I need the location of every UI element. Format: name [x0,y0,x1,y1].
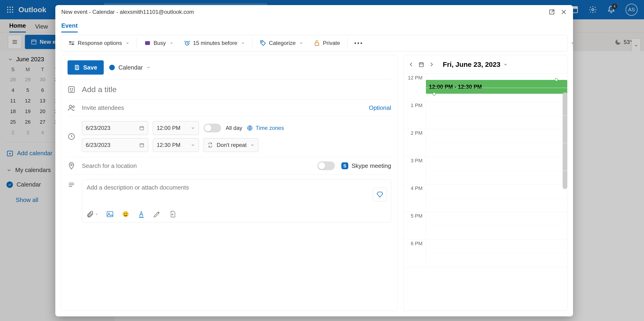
svg-rect-44 [419,63,423,66]
next-day-icon[interactable] [428,61,434,67]
start-time-field[interactable]: 12:00 PM [153,121,199,135]
chevron-down-icon [241,41,245,45]
description-area [82,180,391,222]
schedule-grid[interactable]: 12:00 PM - 12:30 PM 12 PM1 PM2 PM3 PM4 P… [404,74,567,311]
modal-titlebar: New event - Calendar - alexsmith11101@ou… [55,5,573,19]
hour-label: 5 PM [404,212,426,240]
hour-row[interactable]: 4 PM [404,184,567,212]
tab-event[interactable]: Event [61,19,78,32]
svg-point-30 [72,88,73,89]
insert-file-icon[interactable] [169,210,176,218]
emoji-title-icon[interactable] [68,86,75,93]
skype-icon: S [341,162,348,169]
ribbon-expand-icon[interactable] [570,40,573,46]
start-date-field[interactable]: 6/23/2023 [82,121,148,135]
svg-rect-43 [139,217,144,218]
image-icon[interactable] [106,210,114,218]
hour-label: 3 PM [404,157,426,184]
options-icon [68,40,75,46]
popout-icon[interactable] [548,9,555,15]
save-icon [74,64,80,70]
hour-row[interactable]: 5 PM [404,212,567,240]
all-day-toggle[interactable] [204,124,221,132]
chevron-down-icon [170,41,173,45]
schedule-panel: Fri, June 23, 2023 12:00 PM - 12:30 PM 1… [403,55,568,311]
svg-point-31 [69,105,72,108]
svg-point-24 [262,42,262,43]
today-icon[interactable] [418,61,424,67]
repeat-field[interactable]: Don't repeat [204,138,258,152]
private-button[interactable]: Private [309,35,345,51]
attach-button[interactable] [86,210,98,218]
svg-point-29 [70,88,71,89]
svg-rect-22 [145,41,150,45]
svg-rect-34 [140,127,144,130]
show-as-button[interactable]: Busy [140,35,178,51]
hour-label: 1 PM [404,102,426,129]
svg-rect-26 [76,65,78,66]
reminder-button[interactable]: 15 minutes before [179,35,250,51]
event-form: Save Calendar Optional [61,55,398,311]
clock-icon [68,133,75,140]
optional-link[interactable]: Optional [369,104,391,111]
svg-rect-28 [68,87,74,93]
calendar-icon [139,125,144,131]
emoji-picker-icon[interactable] [122,210,130,218]
hour-label: 4 PM [404,184,426,212]
diamond-icon [376,191,383,198]
chevron-down-icon [191,126,195,130]
calendar-selector[interactable]: Calendar [109,64,151,71]
busy-icon [144,40,151,46]
schedule-header: Fri, June 23, 2023 [404,55,567,74]
calendar-color-dot [109,65,115,70]
all-day-label: All day [226,125,242,131]
chevron-down-icon [95,213,98,216]
tag-icon [260,40,266,46]
font-color-icon[interactable] [137,210,145,218]
title-input[interactable] [82,84,391,95]
end-time-field[interactable]: 12:30 PM [153,138,199,152]
hour-row[interactable]: 1 PM [404,102,567,129]
svg-rect-38 [107,212,113,217]
location-input[interactable] [82,162,311,169]
svg-point-21 [72,43,73,45]
response-options-button[interactable]: Response options [64,35,134,51]
alarm-icon [184,40,190,46]
svg-point-41 [124,213,125,214]
chevron-down-icon [126,41,129,45]
editor-premium-icon[interactable] [373,188,387,202]
hour-label: 12 PM [404,74,426,101]
attendees-input[interactable] [82,104,362,111]
chevron-down-icon [146,65,150,69]
chevron-down-icon [250,143,254,147]
prev-day-icon[interactable] [408,61,414,67]
close-icon[interactable] [560,9,567,15]
skype-toggle[interactable] [318,161,335,170]
svg-point-40 [122,211,128,217]
categorize-button[interactable]: Categorize [255,35,308,51]
svg-point-37 [70,164,72,166]
svg-point-32 [72,106,74,108]
lock-open-icon [314,40,320,46]
editor-toolbar [86,210,176,218]
modal-title: New event - Calendar - alexsmith11101@ou… [61,9,194,15]
modal-tabs: Event [55,19,573,32]
skype-label: S Skype meeting [341,162,391,169]
svg-rect-27 [76,68,78,69]
save-button[interactable]: Save [68,60,104,75]
chevron-down-icon [503,62,508,67]
schedule-date[interactable]: Fri, June 23, 2023 [443,60,508,68]
svg-point-42 [126,213,127,214]
svg-rect-36 [140,144,144,147]
draw-icon[interactable] [153,210,161,218]
time-zones-link[interactable]: Time zones [247,125,284,131]
chevron-down-icon [191,143,195,147]
more-options-button[interactable] [350,42,366,44]
hour-row[interactable]: 2 PM [404,129,567,157]
hour-row[interactable]: 12 PM [404,74,567,102]
svg-rect-25 [315,43,319,46]
paperclip-icon [86,210,94,218]
hour-row[interactable]: 3 PM [404,157,567,184]
end-date-field[interactable]: 6/23/2023 [82,138,148,152]
hour-row[interactable]: 6 PM [404,240,567,267]
